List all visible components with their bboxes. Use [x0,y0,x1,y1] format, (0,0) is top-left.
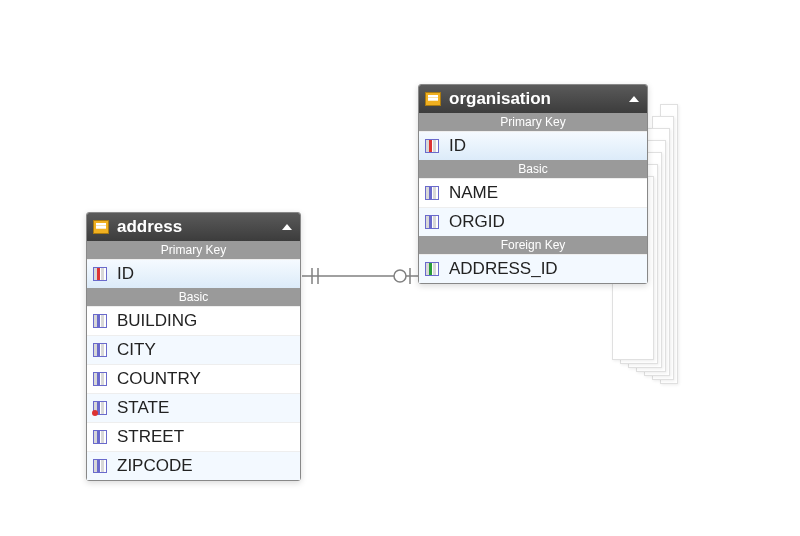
field-label: STREET [117,427,294,447]
entity-address[interactable]: address Primary Key ID Basic BUILDING CI… [86,212,301,481]
field-organisation-id[interactable]: ID [419,131,647,160]
table-icon [425,92,441,106]
column-icon [93,343,107,357]
field-label: ORGID [449,212,641,232]
entity-address-title: address [117,217,182,237]
section-basic: Basic [419,160,647,178]
field-label: ZIPCODE [117,456,294,476]
field-label: ADDRESS_ID [449,259,641,279]
column-icon [425,215,439,229]
svg-point-3 [394,270,406,282]
field-label: STATE [117,398,294,418]
fk-icon [425,262,439,276]
field-address-country[interactable]: COUNTRY [87,364,300,393]
table-icon [93,220,109,234]
field-address-building[interactable]: BUILDING [87,306,300,335]
field-label: BUILDING [117,311,294,331]
field-address-street[interactable]: STREET [87,422,300,451]
field-label: ID [117,264,294,284]
field-organisation-orgid[interactable]: ORGID [419,207,647,236]
section-primary-key: Primary Key [419,113,647,131]
column-icon [93,314,107,328]
field-organisation-addressid[interactable]: ADDRESS_ID [419,254,647,283]
section-basic: Basic [87,288,300,306]
collapse-icon[interactable] [282,224,292,230]
column-icon [425,186,439,200]
field-address-state[interactable]: STATE [87,393,300,422]
section-primary-key: Primary Key [87,241,300,259]
column-icon [93,401,107,415]
field-label: COUNTRY [117,369,294,389]
field-label: NAME [449,183,641,203]
entity-address-header[interactable]: address [87,213,300,241]
field-organisation-name[interactable]: NAME [419,178,647,207]
field-label: CITY [117,340,294,360]
section-foreign-key: Foreign Key [419,236,647,254]
column-icon [93,430,107,444]
entity-organisation[interactable]: organisation Primary Key ID Basic NAME O… [418,84,648,284]
pk-icon [93,267,107,281]
pk-icon [425,139,439,153]
field-label: ID [449,136,641,156]
field-address-zipcode[interactable]: ZIPCODE [87,451,300,480]
entity-organisation-title: organisation [449,89,551,109]
column-icon [93,459,107,473]
entity-organisation-header[interactable]: organisation [419,85,647,113]
field-address-city[interactable]: CITY [87,335,300,364]
collapse-icon[interactable] [629,96,639,102]
column-icon [93,372,107,386]
field-address-id[interactable]: ID [87,259,300,288]
